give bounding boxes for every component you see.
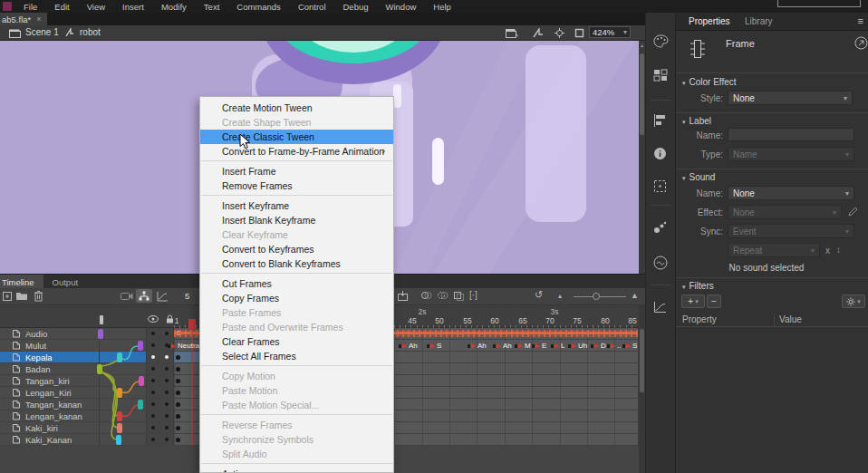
menu-item-label: Convert to Keyframes [222,244,314,255]
clip-content-icon[interactable] [574,28,584,38]
menu-item[interactable]: Paste Motion [200,383,393,398]
parent-layer-mark[interactable] [117,352,122,362]
parent-layer-mark[interactable] [117,411,122,421]
chevron-down-icon: ▾ [845,150,849,159]
menubar-item[interactable]: Modify [161,2,187,12]
menu-item[interactable]: Insert Keyframe [200,198,393,213]
menubar-item[interactable]: Insert [122,2,144,12]
document-tab[interactable]: ab5.fla* × [0,13,47,25]
pencil-icon[interactable] [848,207,858,217]
menu-item-label: Paste Motion Special... [222,400,319,410]
menubar-item[interactable]: Control [298,2,326,12]
swatches-icon[interactable] [653,69,668,82]
menubar-item[interactable]: Text [204,2,219,12]
menu-item[interactable]: Cut Frames [200,276,393,291]
parent-layer-mark[interactable] [98,329,103,339]
menu-item[interactable]: Clear Frames [200,334,393,349]
parent-layer-mark[interactable] [138,400,143,410]
menubar-item[interactable]: Commands [236,2,281,12]
filters-section-header[interactable]: ▾Filters [682,281,714,291]
edit-symbols-icon[interactable] [533,28,544,38]
stage-scrollbar[interactable]: ▴ [639,41,645,274]
menu-item-label: Clear Frames [222,336,280,347]
menubar-item[interactable]: Help [433,2,451,12]
transform-icon[interactable] [653,179,667,193]
menubar-item[interactable]: Window [386,2,417,12]
color-palette-icon[interactable] [653,34,669,48]
creative-cloud-icon[interactable] [653,256,668,270]
timeline-scrollbar-thumb[interactable] [640,329,644,392]
parent-layer-mark[interactable] [117,388,122,398]
menu-item[interactable]: Convert to Frame-by-Frame Animation › [200,144,393,159]
sound-sync-select[interactable]: Event ▾ [728,224,854,238]
menu-item[interactable]: Create Classic Tween [200,130,393,144]
style-label: Style: [676,93,723,103]
repeat-stepper-icon[interactable]: ↕ [836,245,841,255]
scroll-up-icon[interactable]: ▴ [639,42,645,48]
circular-arrow-icon[interactable] [854,36,868,50]
parent-layer-mark[interactable] [117,423,122,433]
menu-item-label: Create Motion Tween [222,102,313,113]
parent-layer-mark[interactable] [138,341,143,351]
menu-item[interactable]: Copy Motion [200,369,393,383]
label-name-input[interactable] [728,128,854,141]
label-section-header[interactable]: ▾Label [682,116,711,126]
sound-effect-select[interactable]: None ▾ [728,205,842,219]
brush-dots-icon[interactable] [653,221,667,234]
sound-section-header[interactable]: ▾Sound [682,172,715,182]
menu-item[interactable]: Split Audio [200,447,393,461]
tab-library[interactable]: Library [745,16,773,26]
menu-item[interactable]: Clear Keyframe [200,227,393,242]
close-icon[interactable]: × [36,14,41,24]
menubar-item[interactable]: File [24,2,37,12]
workspace-box[interactable] [777,0,861,7]
menu-item-label: Insert Keyframe [222,200,289,211]
menu-item[interactable]: Convert to Keyframes [200,242,393,256]
label-type-select[interactable]: Name ▾ [728,147,854,161]
menubar-item[interactable]: View [87,2,105,12]
parent-layer-mark[interactable] [116,435,121,445]
menu-item[interactable]: Convert to Blank Keyframes [200,256,393,271]
menu-item[interactable]: Paste Motion Special... [200,398,393,412]
remove-filter-button[interactable]: − [707,294,721,308]
menu-item[interactable]: Reverse Frames [200,418,393,432]
menu-item[interactable]: Synchronize Symbols [200,432,393,447]
parent-layer-mark[interactable] [97,364,102,374]
menubar-item[interactable]: Edit [54,2,69,12]
menu-item[interactable]: Insert Frame [200,164,393,179]
edit-bar: Scene 1 robot 424% ▾ [0,25,645,41]
menu-item[interactable]: Select All Frames [200,349,393,363]
element-type-label: Frame [726,38,755,49]
menu-item[interactable]: Insert Blank Keyframe [200,213,393,227]
breadcrumb-symbol[interactable]: robot [80,27,101,37]
align-icon[interactable] [653,114,667,127]
section-title: Color Effect [690,77,737,87]
filter-options-button[interactable]: ▾ [842,294,865,308]
panel-menu-icon[interactable]: ≡ [858,15,863,26]
menu-item[interactable]: Create Motion Tween [200,101,393,115]
tab-properties[interactable]: Properties [689,16,730,26]
sound-name-select[interactable]: None ▾ [728,186,854,200]
edit-scene-icon[interactable] [506,28,518,38]
parent-layer-mark[interactable] [139,376,144,386]
menu-item-label: Paste Motion [222,385,277,396]
color-effect-section-header[interactable]: ▾Color Effect [682,77,737,87]
menu-item[interactable]: Copy Frames [200,291,393,305]
sound-repeat-select[interactable]: Repeat ▾ [728,243,820,257]
timeline-scrollbar[interactable] [639,305,645,473]
menu-item[interactable]: Remove Frames [200,179,393,193]
menu-item[interactable]: Actions [200,467,393,473]
center-frame-icon[interactable] [555,28,564,38]
menu-item[interactable]: Create Shape Tween [200,115,393,130]
info-icon[interactable] [653,147,667,160]
style-select[interactable]: None ▾ [728,91,853,105]
add-filter-button[interactable]: + ▾ [681,294,705,308]
menu-item[interactable]: Paste and Overwrite Frames [200,320,393,334]
breadcrumb-scene[interactable]: Scene 1 [25,27,59,37]
motion-editor-icon[interactable] [653,301,667,314]
menubar-item[interactable]: Debug [343,2,369,12]
menu-item[interactable]: Paste Frames [200,305,393,320]
zoom-level-value: 424% [593,27,614,37]
zoom-level-select[interactable]: 424% ▾ [589,26,631,38]
stage-scrollbar-thumb[interactable] [640,53,644,135]
